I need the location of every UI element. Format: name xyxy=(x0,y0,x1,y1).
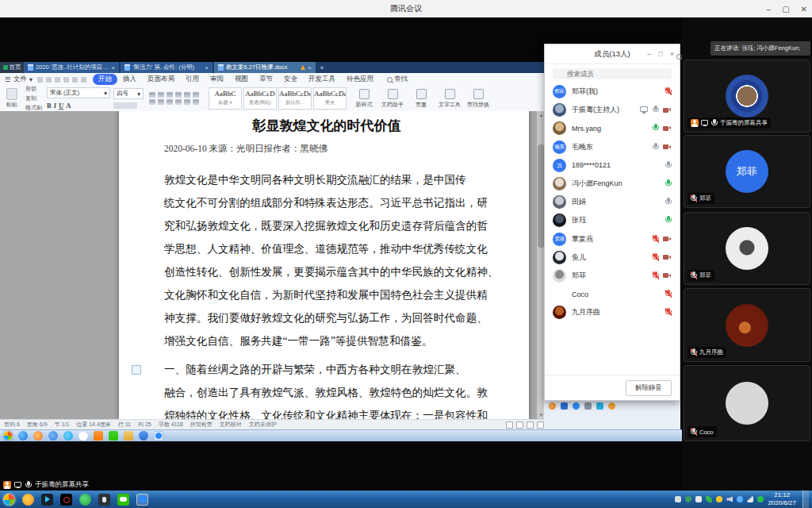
font-size-select[interactable]: 四号▾ xyxy=(113,88,144,99)
browser-icon[interactable] xyxy=(549,402,556,410)
style-cell[interactable]: AaBbC标题 4 xyxy=(209,87,242,110)
find-button[interactable]: 查找 xyxy=(387,75,408,84)
video-tile[interactable]: 郑菲 xyxy=(684,212,810,285)
video-tile[interactable]: Coco xyxy=(684,365,810,441)
paragraph-format-icons[interactable] xyxy=(149,92,200,105)
member-row[interactable]: 鱼儿 xyxy=(545,248,680,267)
ribbon-tab[interactable]: 开始 xyxy=(93,74,117,85)
phone-icon[interactable] xyxy=(737,496,743,502)
wps-icon[interactable] xyxy=(94,431,103,441)
highlight-color-icon[interactable] xyxy=(113,102,137,109)
paste-button[interactable]: 粘贴 xyxy=(0,88,24,109)
panel-maximize-icon[interactable]: □ xyxy=(658,50,662,58)
ribbon-tab[interactable]: 视图 xyxy=(229,74,254,85)
close-tab-icon[interactable]: × xyxy=(308,64,312,71)
ribbon-tab[interactable]: 特色应用 xyxy=(341,74,379,85)
copy-button[interactable]: 复制 xyxy=(25,94,42,102)
doc-tab-active[interactable]: 教文案6.27日晚课.docx × xyxy=(214,62,316,73)
wechat-icon[interactable] xyxy=(757,496,764,502)
wechat-icon[interactable] xyxy=(117,494,129,506)
pps-icon[interactable] xyxy=(63,431,73,441)
member-row[interactable]: 郑菲 xyxy=(545,267,680,285)
ribbon-tab[interactable]: 页面布局 xyxy=(142,74,180,85)
start-icon[interactable] xyxy=(3,431,13,441)
taskbar-clock[interactable]: 21:12 2020/6/27 xyxy=(768,491,796,507)
arrow-icon[interactable] xyxy=(48,431,58,441)
shield-icon[interactable] xyxy=(685,496,691,502)
wechat-icon[interactable] xyxy=(109,431,118,441)
paragraph-layout-icon[interactable] xyxy=(132,365,141,375)
folder-icon[interactable] xyxy=(124,431,133,441)
green-icon[interactable] xyxy=(79,494,91,506)
network-icon[interactable] xyxy=(747,496,753,502)
meeting-icon[interactable] xyxy=(154,431,163,441)
camera-icon[interactable] xyxy=(596,402,603,410)
video-tile[interactable]: 九月序曲 xyxy=(684,288,810,362)
video-tile[interactable]: 于振骞的屏幕共享 xyxy=(684,60,810,133)
ribbon-tab[interactable]: 安全 xyxy=(278,74,303,85)
member-row[interactable]: Mrs.yang xyxy=(545,119,680,137)
member-row[interactable]: 郑菲 郑菲(我) xyxy=(545,83,680,101)
input-icon[interactable] xyxy=(561,402,568,410)
quick-access-icons[interactable] xyxy=(37,77,86,83)
member-row[interactable]: 九月序曲 xyxy=(545,303,680,321)
member-row[interactable]: Coco xyxy=(545,285,680,303)
text-tools-button[interactable]: 文字工具 xyxy=(435,89,464,109)
member-search-input[interactable] xyxy=(553,68,672,79)
member-row[interactable]: 21 189****0121 xyxy=(545,156,680,175)
phone-icon[interactable] xyxy=(573,402,580,410)
dark-icon[interactable] xyxy=(98,494,110,506)
member-row[interactable]: 冯小嫏FengKun xyxy=(545,175,680,193)
panel-close-icon[interactable]: × xyxy=(670,50,674,58)
member-row[interactable]: 晚东 毛晚东 xyxy=(545,138,680,156)
cloud-icon[interactable] xyxy=(79,431,88,441)
panel-minimize-icon[interactable]: – xyxy=(647,50,651,58)
unmute-button[interactable]: 解除静音 xyxy=(626,380,672,396)
plagiarism-check-button[interactable]: 查重 xyxy=(407,89,435,109)
start-icon[interactable] xyxy=(3,494,15,506)
ribbon-tab[interactable]: 引用 xyxy=(180,74,205,85)
member-row[interactable]: 棠燕 覃棠燕 xyxy=(545,230,680,248)
speaker-icon[interactable] xyxy=(726,496,733,502)
show-desktop-button[interactable] xyxy=(802,491,809,508)
document-page[interactable]: 彰显敦煌文化的时代价值 2020-06-10 来源：光明日报作者：黑晓佛 敦煌文… xyxy=(119,111,529,419)
dot-icon[interactable] xyxy=(716,496,722,502)
leaf-icon[interactable] xyxy=(706,496,712,502)
ribbon-tab[interactable]: 审阅 xyxy=(205,74,229,85)
shield-icon[interactable] xyxy=(139,431,148,441)
minimize-icon[interactable]: – xyxy=(767,5,772,13)
style-cell[interactable]: AaBbCcD普通(网站) xyxy=(243,87,277,110)
member-row[interactable]: 田娟 xyxy=(545,193,680,211)
find-replace-button[interactable]: 查找替换 xyxy=(464,89,492,109)
style-cell[interactable]: AaBbCcDc重点 xyxy=(313,87,347,110)
file-menu[interactable]: ☰ 文件 ▾ xyxy=(0,75,37,84)
speaker-icon[interactable] xyxy=(584,402,592,410)
ribbon-tab[interactable]: 开发工具 xyxy=(303,74,341,85)
doc-assistant-button[interactable]: 文档助手 xyxy=(378,89,407,109)
font-name-select[interactable]: 宋体 (正文)▾ xyxy=(47,87,110,98)
uc-icon[interactable] xyxy=(22,494,34,506)
ok-icon[interactable] xyxy=(60,494,72,506)
ie-icon[interactable] xyxy=(18,431,28,441)
ribbon-tab[interactable]: 章节 xyxy=(254,74,278,85)
close-icon[interactable]: ✕ xyxy=(801,5,807,13)
cut-button[interactable]: 剪切 xyxy=(25,85,42,93)
doc-tab-2[interactable]: '聚活力' 第..会性: (分明) × xyxy=(121,62,213,73)
printer-icon[interactable] xyxy=(675,496,681,502)
member-row[interactable]: 于振骞(主持人) xyxy=(545,101,680,119)
new-style-button[interactable]: 新样式 xyxy=(350,89,378,109)
ribbon-tab[interactable]: 插入 xyxy=(117,74,142,85)
meeting-icon[interactable] xyxy=(136,494,148,506)
play-icon[interactable] xyxy=(41,494,53,506)
chat-icon[interactable] xyxy=(608,402,615,410)
wps-home-tab[interactable]: 首页 xyxy=(0,62,24,73)
font-format-buttons[interactable]: BI UA xyxy=(47,102,110,110)
style-cell[interactable]: AaBbCcDd默认段... xyxy=(278,87,312,110)
video-tile[interactable]: 郑菲 郑菲 xyxy=(684,135,810,208)
doc-tab-1[interactable]: 2020 '恶连..社计划的项目模板 × xyxy=(24,62,119,73)
close-tab-icon[interactable]: × xyxy=(205,64,209,71)
view-mode-icons[interactable] xyxy=(506,421,544,429)
maximize-icon[interactable]: ▢ xyxy=(782,5,789,13)
close-tab-icon[interactable]: × xyxy=(111,64,115,71)
sogou-icon[interactable] xyxy=(33,431,43,441)
